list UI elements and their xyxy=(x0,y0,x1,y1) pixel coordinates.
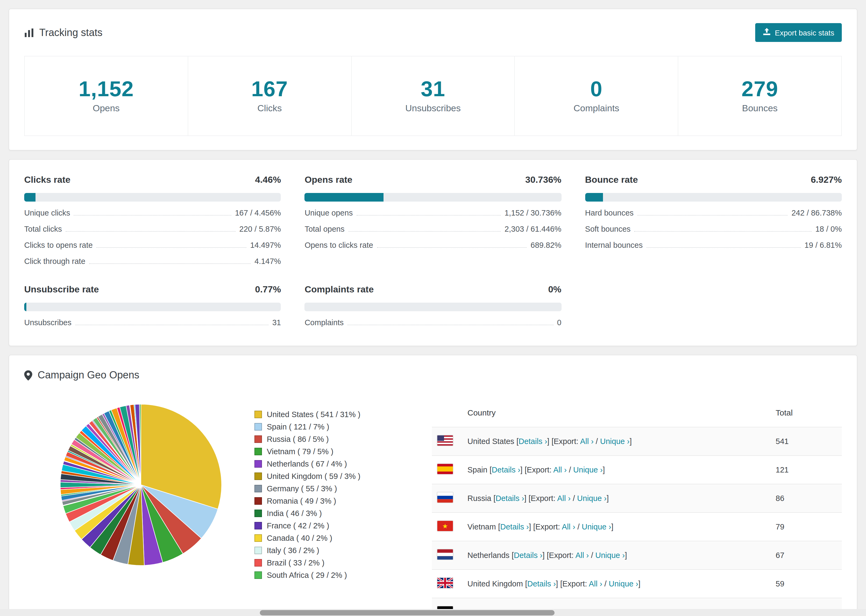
legend-label: Netherlands ( 67 / 4% ) xyxy=(267,460,347,468)
legend-item-romania[interactable]: Romania ( 49 / 3% ) xyxy=(254,497,390,505)
dotted-leader xyxy=(348,231,501,232)
progress-bar-fill xyxy=(24,193,36,201)
legend-item-italy[interactable]: Italy ( 36 / 2% ) xyxy=(254,546,390,555)
geo-row-united-states: United States [Details ›] [Export: All ›… xyxy=(432,427,842,456)
rate-row: Total clicks220 / 5.87% xyxy=(24,225,281,234)
country-cell: Vietnam [Details ›] [Export: All › / Uni… xyxy=(463,512,772,541)
dotted-leader xyxy=(74,215,231,215)
country-cell: Netherlands [Details ›] [Export: All › /… xyxy=(463,541,772,569)
legend-item-united-states[interactable]: United States ( 541 / 31% ) xyxy=(254,410,390,419)
export-all-link[interactable]: All › xyxy=(562,522,575,531)
rate-row-label: Soft bounces xyxy=(585,225,630,234)
stat-value: 279 xyxy=(678,77,841,101)
legend-label: Russia ( 86 / 5% ) xyxy=(267,435,329,443)
legend-item-russia[interactable]: Russia ( 86 / 5% ) xyxy=(254,435,390,443)
rate-row-label: Click through rate xyxy=(24,257,85,266)
country-total: 79 xyxy=(772,512,842,541)
details-link[interactable]: Details › xyxy=(496,494,524,503)
flag-cell xyxy=(432,484,463,512)
stat-value: 31 xyxy=(351,77,515,101)
legend-item-south-africa[interactable]: South Africa ( 29 / 2% ) xyxy=(254,571,390,580)
total-column-header: Total xyxy=(772,402,842,427)
details-link[interactable]: Details › xyxy=(500,522,529,531)
rates-card: Clicks rate4.46%Unique clicks167 / 4.456… xyxy=(9,159,857,346)
legend-item-vietnam[interactable]: Vietnam ( 79 / 5% ) xyxy=(254,447,390,456)
flag-cell xyxy=(432,569,463,598)
legend-label: Canada ( 40 / 2% ) xyxy=(267,534,332,542)
rate-head: Complaints rate0% xyxy=(305,284,562,295)
export-unique-link[interactable]: Unique › xyxy=(577,494,607,503)
dotted-leader xyxy=(66,231,236,232)
rate-row-value: 220 / 5.87% xyxy=(239,225,281,234)
rate-row-label: Clicks to opens rate xyxy=(24,241,93,250)
dotted-leader xyxy=(647,247,801,248)
export-all-link[interactable]: All › xyxy=(580,437,594,446)
rate-row: Internal bounces19 / 6.81% xyxy=(585,241,842,250)
export-unique-link[interactable]: Unique › xyxy=(595,551,625,559)
country-column-header: Country xyxy=(463,402,772,427)
export-unique-link[interactable]: Unique › xyxy=(609,580,638,588)
legend-item-canada[interactable]: Canada ( 40 / 2% ) xyxy=(254,534,390,542)
rate-row: Opens to clicks rate689.82% xyxy=(305,241,562,250)
legend-label: Romania ( 49 / 3% ) xyxy=(267,497,336,505)
rate-row-value: 31 xyxy=(272,318,281,327)
country-name: Netherlands xyxy=(468,551,512,559)
legend-label: Vietnam ( 79 / 5% ) xyxy=(267,447,334,456)
legend-label: United States ( 541 / 31% ) xyxy=(267,410,361,419)
legend-item-united-kingdom[interactable]: United Kingdom ( 59 / 3% ) xyxy=(254,472,390,481)
progress-bar-fill xyxy=(585,193,603,201)
rate-title: Bounce rate xyxy=(585,175,638,185)
rate-section-complaints-rate: Complaints rate0%Complaints0 xyxy=(305,284,562,327)
export-all-link[interactable]: All › xyxy=(575,551,589,559)
export-all-link[interactable]: All › xyxy=(553,465,567,474)
dotted-leader xyxy=(89,263,251,264)
svg-text:★: ★ xyxy=(442,522,448,530)
legend-item-france[interactable]: France ( 42 / 2% ) xyxy=(254,522,390,530)
export-basic-stats-button[interactable]: Export basic stats xyxy=(755,23,842,42)
rate-row-label: Total clicks xyxy=(24,225,62,234)
dotted-leader xyxy=(377,247,527,248)
geo-opens-title-text: Campaign Geo Opens xyxy=(38,369,139,381)
export-unique-link[interactable]: Unique › xyxy=(582,522,611,531)
details-link[interactable]: Details › xyxy=(527,580,556,588)
details-link[interactable]: Details › xyxy=(491,465,520,474)
stat-label: Complaints xyxy=(515,103,678,114)
progress-bar xyxy=(24,303,281,311)
geo-table-header-row: Country Total xyxy=(432,402,842,427)
geo-opens-title: Campaign Geo Opens xyxy=(24,369,842,381)
flag-us-icon xyxy=(437,435,453,446)
legend-swatch xyxy=(254,460,262,468)
bar-chart-icon xyxy=(24,28,34,37)
rate-row-value: 1,152 / 30.736% xyxy=(505,209,561,218)
legend-item-netherlands[interactable]: Netherlands ( 67 / 4% ) xyxy=(254,460,390,468)
export-all-link[interactable]: All › xyxy=(557,494,571,503)
scrollbar-thumb[interactable] xyxy=(260,610,554,615)
flag-gb-icon xyxy=(437,578,453,588)
legend-item-brazil[interactable]: Brazil ( 33 / 2% ) xyxy=(254,558,390,567)
horizontal-scrollbar[interactable] xyxy=(0,609,866,616)
legend-label: South Africa ( 29 / 2% ) xyxy=(267,571,347,580)
details-link[interactable]: Details › xyxy=(514,551,542,559)
details-link[interactable]: Details › xyxy=(518,437,547,446)
export-all-link[interactable]: All › xyxy=(589,580,602,588)
rate-row-label: Hard bounces xyxy=(585,209,634,218)
legend-label: Italy ( 36 / 2% ) xyxy=(267,546,319,555)
country-total: 121 xyxy=(772,456,842,484)
flag-nl-icon xyxy=(437,549,453,559)
rate-row: Complaints0 xyxy=(305,318,562,327)
export-unique-link[interactable]: Unique › xyxy=(600,437,630,446)
legend-item-india[interactable]: India ( 46 / 3% ) xyxy=(254,509,390,518)
legend-item-spain[interactable]: Spain ( 121 / 7% ) xyxy=(254,423,390,431)
geo-table-wrap: Country Total United States [Details ›] … xyxy=(432,402,842,616)
legend-swatch xyxy=(254,534,262,542)
legend-item-germany[interactable]: Germany ( 55 / 3% ) xyxy=(254,484,390,493)
country-name: Vietnam xyxy=(468,522,498,531)
rate-head: Clicks rate4.46% xyxy=(24,175,281,185)
export-unique-link[interactable]: Unique › xyxy=(573,465,603,474)
dotted-leader xyxy=(635,231,812,232)
country-total: 67 xyxy=(772,541,842,569)
country-cell: United States [Details ›] [Export: All ›… xyxy=(463,427,772,456)
rate-title: Opens rate xyxy=(305,175,353,185)
dotted-leader xyxy=(638,215,788,215)
export-basic-stats-label: Export basic stats xyxy=(775,28,834,37)
